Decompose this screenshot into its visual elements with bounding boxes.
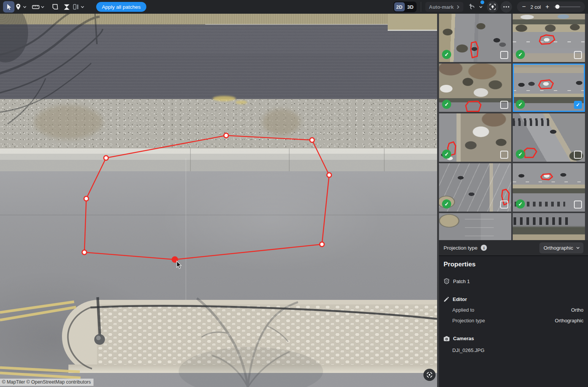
projection-type-label: Projection type	[444, 245, 477, 251]
vertex-handle[interactable]	[327, 173, 331, 177]
cameras-section-header: Cameras	[444, 336, 583, 341]
thumbnail[interactable]: ✓	[513, 213, 585, 240]
thumbnail-zoom-control: − 2 col +	[517, 2, 585, 12]
columns-increase-button[interactable]: +	[545, 3, 550, 11]
chevron-down-icon	[479, 6, 483, 8]
thumbnail-checkbox[interactable]	[574, 201, 582, 209]
property-label: Applied to	[452, 307, 474, 313]
vertex-handle[interactable]	[82, 250, 87, 255]
annotation-overlay[interactable]	[0, 14, 437, 387]
recenter-button[interactable]	[423, 369, 436, 381]
ellipsis-icon	[503, 6, 509, 8]
measure-tool-button[interactable]	[32, 3, 44, 11]
pole-shadow	[98, 297, 100, 338]
chevron-down-icon	[41, 6, 44, 8]
vertex-handle[interactable]	[320, 242, 324, 247]
approved-check-icon: ✓	[442, 150, 451, 159]
projection-type-bar: Projection type i Orthographic	[439, 240, 588, 256]
thumbnail-checkbox[interactable]	[574, 151, 582, 159]
automark-label: Auto-mark	[429, 4, 454, 10]
vertex-handle[interactable]	[84, 196, 89, 201]
scan-pin-icon	[489, 3, 496, 10]
trash-can-lid	[96, 336, 101, 340]
viewfinder-icon	[426, 371, 433, 378]
approved-check-icon: ✓	[442, 199, 451, 209]
property-label: Projection type	[452, 318, 485, 323]
info-icon[interactable]: i	[481, 245, 487, 251]
toolbar: Apply all patches 2D 3D Auto-mark	[0, 0, 588, 14]
approved-check-icon: ✓	[516, 100, 525, 109]
aerial-photo	[513, 213, 585, 240]
tree-shadow-topleft	[0, 14, 103, 124]
add-link-icon	[469, 3, 479, 11]
chevron-down-icon	[576, 247, 580, 249]
property-row: Projection type Orthographic	[452, 318, 583, 323]
automark-button[interactable]: Auto-mark	[425, 2, 463, 12]
properties-title: Properties	[444, 261, 583, 268]
chevron-down-icon	[23, 6, 27, 8]
property-value: Ortho	[571, 307, 583, 313]
thumbnail[interactable]: ✓	[439, 64, 511, 112]
compare-tool-button[interactable]	[72, 3, 84, 11]
approved-check-icon: ✓	[516, 199, 525, 209]
view-2d-button[interactable]: 2D	[394, 2, 405, 11]
thumbnail[interactable]: ✓	[439, 113, 511, 162]
aerial-photo	[439, 213, 511, 240]
mask-tool-button[interactable]	[61, 1, 72, 13]
thumbnail-size-slider[interactable]	[554, 4, 580, 10]
thumbnail-checkbox[interactable]	[500, 101, 508, 109]
notification-dot	[480, 0, 484, 4]
view-mode-toggle: 2D 3D	[393, 2, 417, 12]
chevron-right-icon	[456, 5, 460, 9]
thumbnail-checkbox[interactable]: ✓	[574, 101, 582, 109]
projection-type-dropdown[interactable]: Orthographic	[539, 242, 583, 253]
patch-tool-button[interactable]	[49, 1, 61, 13]
slider-knob[interactable]	[555, 5, 559, 9]
thumbnail[interactable]: ✓	[513, 14, 585, 62]
add-link-button[interactable]	[468, 2, 483, 12]
thumbnail-checkbox[interactable]	[500, 151, 508, 159]
automark-scan-button[interactable]	[487, 1, 498, 13]
approved-check-icon: ✓	[442, 100, 451, 109]
cursor-icon	[5, 3, 13, 11]
thumbnail[interactable]: ✓	[439, 163, 511, 212]
camera-icon	[444, 336, 450, 341]
marker-tool-button[interactable]	[14, 3, 27, 11]
approved-check-icon: ✓	[442, 50, 451, 59]
property-row: Applied to Ortho	[452, 307, 583, 313]
pencil-icon	[444, 296, 449, 302]
more-options-button[interactable]	[501, 1, 512, 13]
apply-all-patches-button[interactable]: Apply all patches	[96, 2, 146, 12]
ruler-icon	[32, 3, 40, 11]
view-3d-button[interactable]: 3D	[405, 2, 416, 11]
vertex-handle[interactable]	[310, 138, 314, 142]
patch-editor-app: Apply all patches 2D 3D Auto-mark	[0, 0, 588, 387]
patch-name: Patch 1	[453, 279, 470, 284]
toolbar-divider	[421, 2, 421, 12]
split-view-icon	[72, 3, 80, 11]
map-canvas[interactable]: © MapTiler © OpenStreetMap contributors	[0, 14, 437, 387]
camera-file-item[interactable]: DJI_0265.JPG	[452, 347, 583, 353]
thumbnail-grid: ✓ ✓ ✓ ✓ ✓ ✓ ✓	[439, 14, 588, 240]
select-tool-button[interactable]	[3, 1, 14, 13]
thumbnail-checkbox[interactable]	[500, 201, 508, 209]
thumbnail[interactable]: ✓	[439, 213, 511, 240]
thumbnail[interactable]: ✓	[513, 113, 585, 162]
property-value: Orthographic	[555, 318, 583, 323]
editor-title: Editor	[453, 296, 467, 302]
thumbnail[interactable]: ✓	[439, 14, 511, 62]
properties-section: Properties Patch 1	[439, 256, 588, 353]
thumbnail[interactable]: ✓ ✓	[513, 64, 585, 112]
map-pin-icon	[14, 3, 22, 11]
patch-polygon[interactable]	[82, 133, 331, 263]
thumbnail-checkbox[interactable]	[574, 51, 582, 59]
patch-list-item[interactable]: Patch 1	[444, 278, 583, 284]
approved-check-icon: ✓	[516, 150, 525, 159]
vertex-handle[interactable]	[104, 156, 108, 160]
cameras-title: Cameras	[453, 336, 474, 341]
vertex-handle[interactable]	[224, 133, 228, 138]
thumbnail-checkbox[interactable]	[500, 51, 508, 59]
tree-shadow-bottom	[179, 298, 323, 387]
columns-decrease-button[interactable]: −	[521, 3, 527, 11]
thumbnail[interactable]: ✓	[513, 163, 585, 212]
